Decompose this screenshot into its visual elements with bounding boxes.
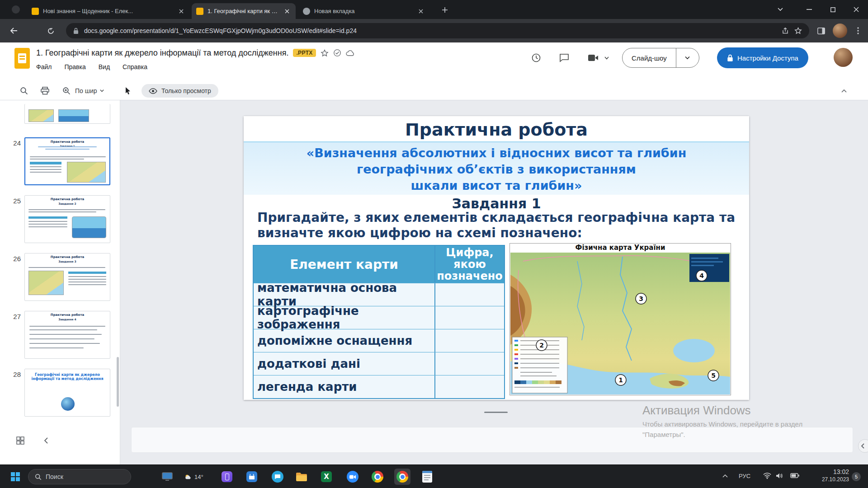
zoom-app-icon[interactable] (344, 469, 361, 485)
phone-link-app-icon[interactable] (219, 469, 235, 485)
excel-app-icon[interactable]: X (318, 469, 335, 485)
browser-address-bar: docs.google.com/presentation/d/1_YoEwzcE… (0, 19, 868, 42)
comments-icon[interactable] (555, 49, 573, 67)
url-omnibox[interactable]: docs.google.com/presentation/d/1_YoEwzcE… (66, 23, 809, 38)
chrome-active-app-icon[interactable] (394, 469, 410, 485)
slide-number-28: 28 (7, 371, 21, 378)
tray-show-hidden-icons-chevron[interactable] (722, 474, 728, 478)
zoom-level-value: По шир (75, 87, 97, 94)
svg-text:4: 4 (699, 272, 704, 279)
zoom-icon[interactable] (60, 84, 73, 97)
slide-thumbnail-25[interactable]: Практична робота Завдання 2 (24, 195, 110, 243)
notes-resize-handle[interactable] (484, 412, 508, 413)
tab1-title: Нові знання – Щоденник - Елек... (43, 8, 174, 14)
url-text: docs.google.com/presentation/d/1_YoEwzcE… (84, 27, 776, 34)
slideshow-options-chevron-icon[interactable] (676, 48, 699, 67)
browser-tab-1[interactable]: Нові знання – Щоденник - Елек... (27, 3, 190, 19)
present-camera-icon[interactable] (584, 49, 602, 67)
google-slides-logo[interactable] (14, 48, 30, 69)
tab3-favicon (303, 8, 310, 15)
browser-tab-3[interactable]: Новая вкладка (298, 3, 429, 19)
windows-taskbar: Поиск 14° X (0, 465, 868, 488)
start-button[interactable] (7, 469, 24, 485)
volume-icon[interactable] (776, 473, 783, 479)
share-access-label: Настройки Доступа (737, 54, 798, 62)
new-tab-button[interactable] (439, 5, 450, 15)
windows-activation-watermark: Активация Windows Чтобы активировать Win… (642, 404, 802, 438)
slide-thumbnail-28[interactable]: Географічні карти як джерело інформації … (24, 369, 110, 417)
browser-tab-2-active[interactable]: 1. Географічні карти як джерел... (192, 3, 296, 19)
share-page-icon[interactable] (782, 27, 789, 34)
tab1-close-icon[interactable] (177, 7, 185, 15)
side-panel-icon[interactable] (814, 23, 828, 38)
present-dropdown-chevron-icon[interactable] (601, 49, 612, 67)
slide-task-text-line1: Пригадайте, з яких елементів складається… (257, 210, 735, 225)
edge-collapse-chevron-button[interactable] (858, 439, 868, 453)
menu-file[interactable]: Файл (36, 63, 52, 70)
collapse-toolbar-chevron-icon[interactable] (837, 84, 851, 97)
share-access-button[interactable]: Настройки Доступа (717, 47, 808, 68)
zoom-level-select[interactable]: По шир (75, 84, 104, 97)
pptx-badge: .PPTX (293, 49, 316, 57)
slide-subtitle-line3: шкали висот та глибин» (244, 178, 749, 192)
slide-task-text-line2: визначте якою цифрою на схемі позначено: (257, 225, 582, 240)
filmstrip-scrollbar[interactable] (117, 357, 119, 407)
slide-canvas[interactable]: Практична робота «Визначення абсолютних … (244, 116, 749, 400)
window-close-button[interactable] (844, 0, 868, 19)
menu-help[interactable]: Справка (123, 63, 147, 70)
grid-view-icon[interactable] (14, 435, 27, 446)
desktop-app-icon[interactable] (159, 469, 175, 485)
browser-menu-kebab-icon[interactable] (851, 23, 865, 38)
search-menus-icon[interactable] (17, 84, 31, 97)
slide-number-25: 25 (7, 197, 21, 205)
wifi-icon[interactable] (763, 473, 771, 479)
tab3-close-icon[interactable] (417, 7, 425, 15)
notepad-app-icon[interactable] (419, 469, 435, 485)
document-title[interactable]: 1. Географічні карти як джерело інформац… (36, 48, 288, 58)
taskbar-search-box[interactable]: Поиск (28, 469, 131, 484)
language-indicator[interactable]: РУС (739, 473, 750, 479)
taskbar-weather-widget[interactable]: 14° (184, 469, 203, 485)
menu-edit[interactable]: Правка (64, 63, 85, 70)
view-only-mode-pill[interactable]: Только просмотр (142, 84, 218, 98)
tab-search-chevron[interactable] (769, 0, 792, 19)
table-row: математична основа карти (254, 283, 504, 306)
battery-icon[interactable] (790, 473, 799, 478)
slide-thumbnail-partial[interactable] (24, 104, 110, 124)
chat-app-icon[interactable] (269, 469, 286, 485)
chrome-app-icon[interactable] (369, 469, 386, 485)
version-history-icon[interactable] (527, 49, 545, 67)
temperature-label: 14° (194, 474, 203, 480)
bookmark-star-icon[interactable] (794, 27, 802, 34)
menu-view[interactable]: Вид (99, 63, 110, 70)
account-avatar[interactable] (834, 48, 853, 67)
browser-profile-avatar[interactable] (833, 23, 847, 38)
microsoft-store-app-icon[interactable] (244, 469, 260, 485)
table-header-number: Цифра, якою позначено (435, 246, 504, 283)
slideshow-label[interactable]: Слайд-шоу (623, 48, 676, 67)
slide-subtitle-line1: «Визначення абсолютних і відносних висот… (244, 146, 749, 160)
taskbar-clock[interactable]: 13:02 27.10.2023 (807, 468, 849, 483)
reload-button[interactable] (43, 23, 58, 38)
svg-text:3: 3 (639, 295, 643, 302)
select-cursor-tool-icon[interactable] (121, 84, 135, 97)
collapse-filmstrip-chevron-icon[interactable] (40, 435, 52, 446)
back-button[interactable] (6, 23, 21, 38)
offline-status-icon[interactable] (333, 49, 341, 57)
tab2-close-icon[interactable] (283, 7, 291, 15)
slide-thumbnail-26[interactable]: Практична робота Завдання 3 (24, 253, 110, 301)
notification-count-badge[interactable]: 5 (852, 472, 861, 481)
slide-table: Елемент карти Цифра, якою позначено мате… (253, 245, 505, 399)
window-minimize-button[interactable] (797, 0, 821, 19)
window-icon (12, 5, 20, 14)
window-maximize-button[interactable] (821, 0, 844, 19)
cloud-save-status-icon[interactable] (346, 50, 355, 56)
slideshow-button[interactable]: Слайд-шоу (622, 48, 699, 68)
slide-number-26: 26 (7, 255, 21, 263)
slide-thumbnail-24-selected[interactable]: Практична робота Завдання 1 (24, 137, 110, 185)
star-document-icon[interactable] (321, 49, 329, 57)
file-explorer-icon[interactable] (293, 469, 310, 485)
site-info-lock-icon[interactable] (73, 28, 79, 34)
print-icon[interactable] (38, 84, 52, 97)
slide-thumbnail-27[interactable]: Практична робота Завдання 4 (24, 311, 110, 359)
